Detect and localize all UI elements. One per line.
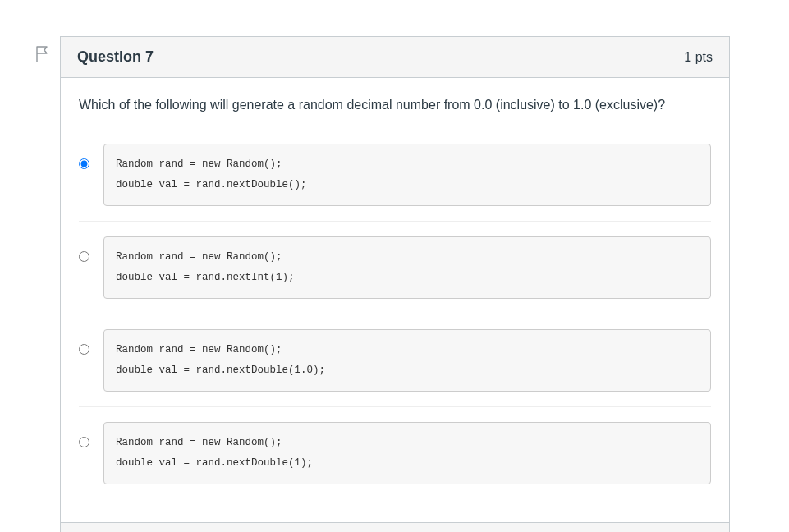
question-title: Question 7 [77,48,154,66]
question-card: Question 7 1 pts Which of the following … [60,36,730,525]
answer-row: Random rand = new Random(); double val =… [79,314,711,406]
flag-icon[interactable] [36,46,49,62]
answer-radio[interactable] [79,158,89,169]
answer-radio[interactable] [79,251,89,262]
answer-code: Random rand = new Random(); double val =… [103,144,711,206]
answer-code: Random rand = new Random(); double val =… [103,236,711,299]
answer-row: Random rand = new Random(); double val =… [79,406,711,499]
answer-radio[interactable] [79,344,89,355]
answer-row: Random rand = new Random(); double val =… [79,221,711,314]
answer-row: Random rand = new Random(); double val =… [79,144,711,221]
answer-code: Random rand = new Random(); double val =… [103,329,711,392]
radio-cell [79,329,103,355]
radio-cell [79,144,103,169]
question-body: Which of the following will generate a r… [61,78,729,524]
radio-cell [79,422,103,447]
answers-list: Random rand = new Random(); double val =… [79,144,711,499]
question-header: Question 7 1 pts [61,37,729,78]
radio-cell [79,236,103,262]
next-question-peek [60,522,730,532]
answer-radio[interactable] [79,437,89,447]
question-prompt: Which of the following will generate a r… [79,96,711,114]
question-points: 1 pts [684,50,713,65]
answer-code: Random rand = new Random(); double val =… [103,422,711,484]
